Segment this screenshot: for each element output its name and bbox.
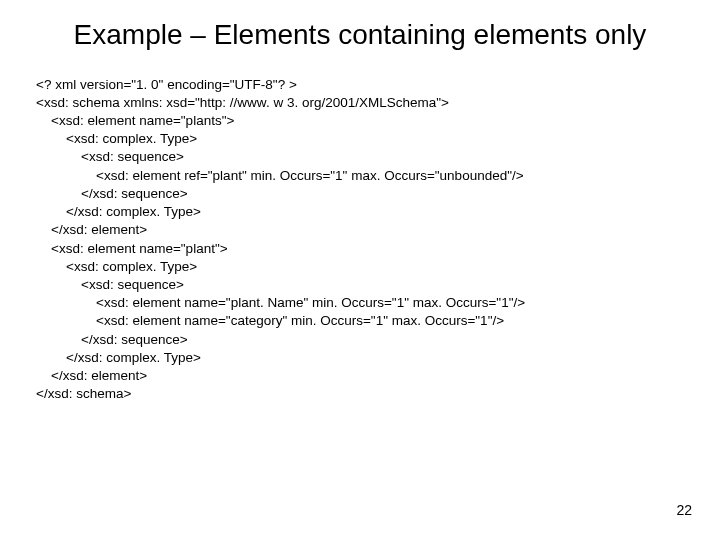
page-number: 22 [676, 502, 692, 518]
slide-title: Example – Elements containing elements o… [32, 18, 688, 52]
code-block: <? xml version="1. 0" encoding="UTF-8"? … [36, 76, 688, 404]
slide: Example – Elements containing elements o… [0, 0, 720, 540]
